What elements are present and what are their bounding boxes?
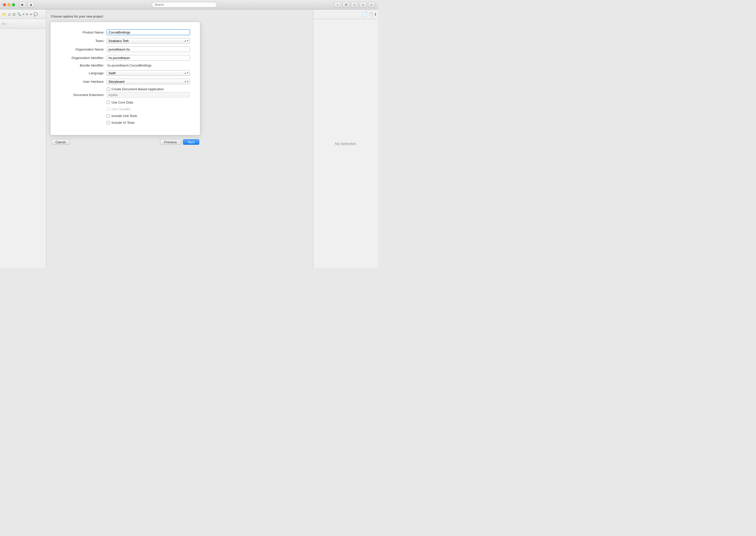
center-content: Choose options for your new project: Pro… — [46, 10, 313, 268]
language-select[interactable]: Swift Objective-C — [107, 70, 190, 76]
include-unit-tests-row: Include Unit Tests — [60, 114, 190, 118]
include-ui-tests-checkbox[interactable] — [107, 121, 110, 124]
use-cloudkit-checkbox[interactable] — [107, 108, 110, 111]
use-cloudkit-label: Use CloudKit — [112, 107, 130, 111]
sidebar-toolbar: 📁 ⚠ ⊡ 🔍 ≠ ≡ ⇔ 💬 — [0, 10, 46, 19]
org-name-label: Organization Name: — [60, 48, 107, 51]
play-button[interactable]: ▶ — [19, 2, 26, 8]
use-cloudkit-checkbox-row: Use CloudKit — [107, 107, 130, 111]
ui-row: User Interface: Storyboard SwiftUI ▲▼ — [60, 79, 190, 84]
forward-icon[interactable]: › — [8, 22, 9, 26]
org-name-row: Organization Name: — [60, 47, 190, 52]
message-icon[interactable]: 💬 — [34, 12, 38, 16]
link-icon[interactable]: ⇔ — [29, 13, 32, 16]
warning-icon[interactable]: ⚠ — [8, 12, 11, 16]
checkboxes-section: Use Core Data Use CloudKit — [60, 100, 190, 124]
clock-icon[interactable]: 🕐 — [369, 12, 373, 16]
org-id-input[interactable] — [107, 55, 190, 60]
stop-button[interactable]: ■ — [27, 2, 35, 8]
use-cloudkit-row: Use CloudKit — [60, 107, 190, 111]
diff-icon[interactable]: ≠ — [23, 13, 24, 16]
include-unit-tests-label: Include Unit Tests — [112, 114, 137, 118]
include-ui-tests-checkbox-row: Include UI Tests — [107, 121, 135, 124]
minimize-button[interactable] — [8, 3, 11, 6]
sidebar-nav-toolbar: ⊞ ‹ › — [0, 19, 46, 28]
language-label: Language: — [60, 71, 107, 75]
xcode-window: ▶ ■ + ⇄ ▭ ▭ ▭ 📁 ⚠ ⊡ 🔍 ≠ ≡ ⇔ 💬 — [0, 0, 378, 268]
maximize-button[interactable] — [12, 3, 15, 6]
titlebar: ▶ ■ + ⇄ ▭ ▭ ▭ — [0, 0, 378, 10]
dialog-header: Choose options for your new project: — [51, 15, 309, 18]
grid-icon[interactable]: ⊞ — [2, 22, 5, 25]
include-unit-tests-checkbox[interactable] — [107, 114, 110, 117]
back-icon[interactable]: ‹ — [6, 22, 7, 26]
ui-select-wrapper: Storyboard SwiftUI ▲▼ — [107, 79, 190, 84]
bundle-id-row: Bundle Identifier: hu.purzelbaum.CocoaBi… — [60, 63, 190, 67]
sidebar: 📁 ⚠ ⊡ 🔍 ≠ ≡ ⇔ 💬 ⊞ ‹ › — [0, 10, 46, 268]
panel-toggle-3[interactable]: ▭ — [368, 2, 375, 8]
product-name-row: Product Name: — [60, 29, 190, 35]
right-panel-toolbar: 📄 🕐 ℹ — [313, 10, 378, 19]
list-icon[interactable]: ≡ — [26, 12, 28, 16]
search-sidebar-icon[interactable]: 🔍 — [17, 12, 21, 16]
previous-button[interactable]: Previous — [160, 139, 181, 145]
use-core-data-checkbox-row: Use Core Data — [107, 100, 133, 104]
create-doc-row: Create Document-Based Application — [60, 87, 190, 91]
doc-ext-input[interactable] — [107, 92, 190, 97]
language-row: Language: Swift Objective-C ▲▼ — [60, 70, 190, 76]
create-doc-checkbox-row: Create Document-Based Application — [107, 87, 164, 91]
include-ui-tests-row: Include UI Tests — [60, 121, 190, 124]
use-core-data-checkbox[interactable] — [107, 101, 110, 104]
ui-select[interactable]: Storyboard SwiftUI — [107, 79, 190, 84]
layout-toggle[interactable]: ⇄ — [343, 2, 349, 8]
panel-toggle-2[interactable]: ▭ — [359, 2, 367, 8]
right-panel-content: No Selection — [313, 19, 378, 268]
main-content: 📁 ⚠ ⊡ 🔍 ≠ ≡ ⇔ 💬 ⊞ ‹ › Choose options for… — [0, 10, 378, 268]
info-icon[interactable]: ℹ — [375, 12, 376, 16]
use-core-data-row: Use Core Data — [60, 100, 190, 104]
doc-ext-row: Document Extension: — [60, 92, 190, 97]
bundle-id-label: Bundle Identifier: — [60, 63, 107, 67]
use-core-data-label: Use Core Data — [112, 100, 133, 104]
dialog-footer: Cancel Previous Next — [50, 139, 200, 145]
add-button[interactable]: + — [334, 2, 341, 8]
no-selection-label: No Selection — [335, 142, 356, 146]
traffic-lights — [3, 3, 15, 6]
include-ui-tests-label: Include UI Tests — [112, 121, 135, 124]
team-row: Team: Szabolcs Toth ▲▼ — [60, 38, 190, 44]
create-doc-label: Create Document-Based Application — [112, 87, 164, 91]
team-label: Team: — [60, 39, 107, 43]
titlebar-right-icons: + ⇄ ▭ ▭ ▭ — [334, 2, 375, 8]
cancel-button[interactable]: Cancel — [51, 139, 70, 145]
center-area: Choose options for your new project: Pro… — [46, 10, 313, 268]
ui-label: User Interface: — [60, 80, 107, 84]
next-button[interactable]: Next — [183, 139, 199, 145]
panel-toggle-1[interactable]: ▭ — [351, 2, 358, 8]
right-panel: 📄 🕐 ℹ No Selection — [313, 10, 378, 268]
product-name-input[interactable] — [107, 29, 190, 35]
filter-icon[interactable]: ⊡ — [13, 12, 16, 16]
org-id-row: Organization Identifier: — [60, 55, 190, 60]
bundle-id-value: hu.purzelbaum.CocoaBindings — [107, 63, 190, 67]
document-icon[interactable]: 📄 — [362, 12, 368, 17]
titlebar-controls: ▶ ■ — [19, 2, 35, 8]
new-project-dialog: Product Name: Team: Szabolcs Toth ▲▼ — [50, 22, 200, 135]
team-select-wrapper: Szabolcs Toth ▲▼ — [107, 38, 190, 44]
search-input[interactable] — [152, 2, 217, 8]
close-button[interactable] — [3, 3, 6, 6]
nav-buttons: Previous Next — [160, 139, 199, 145]
org-id-label: Organization Identifier: — [60, 56, 107, 60]
include-unit-tests-checkbox-row: Include Unit Tests — [107, 114, 137, 118]
create-doc-checkbox[interactable] — [107, 87, 110, 91]
org-name-input[interactable] — [107, 47, 190, 52]
product-name-label: Product Name: — [60, 30, 107, 34]
folder-icon[interactable]: 📁 — [2, 12, 6, 16]
doc-ext-label: Document Extension: — [60, 93, 107, 97]
language-select-wrapper: Swift Objective-C ▲▼ — [107, 70, 190, 76]
team-select[interactable]: Szabolcs Toth — [107, 38, 190, 44]
